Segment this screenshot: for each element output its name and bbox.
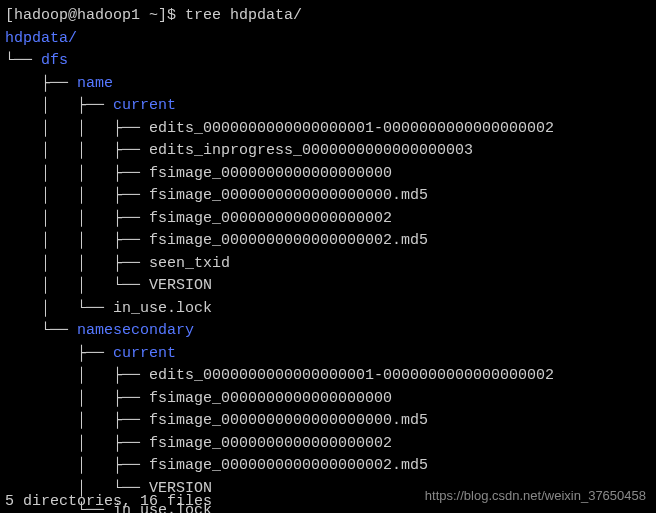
tree-leaf: │ ├── fsimage_0000000000000000000.md5 (5, 410, 651, 433)
tree-node: ├── current (5, 343, 651, 366)
tree-leaf: │ ├── edits_0000000000000000001-00000000… (5, 365, 651, 388)
tree-root: hdpdata/ (5, 28, 651, 51)
tree-node: │ ├── current (5, 95, 651, 118)
tree-leaf: │ │ ├── fsimage_0000000000000000000 (5, 163, 651, 186)
tree-leaf: │ └── in_use.lock (5, 298, 651, 321)
tree-leaf: │ ├── fsimage_0000000000000000002.md5 (5, 455, 651, 478)
tree-summary: 5 directories, 16 files (5, 491, 212, 514)
tree-leaf: │ │ └── VERSION (5, 275, 651, 298)
tree-leaf: │ │ ├── fsimage_0000000000000000000.md5 (5, 185, 651, 208)
command-text: tree hdpdata/ (185, 7, 302, 24)
watermark-text: https://blog.csdn.net/weixin_37650458 (425, 486, 646, 506)
tree-leaf: │ ├── fsimage_0000000000000000000 (5, 388, 651, 411)
tree-leaf: │ │ ├── edits_inprogress_000000000000000… (5, 140, 651, 163)
tree-leaf: │ │ ├── fsimage_0000000000000000002.md5 (5, 230, 651, 253)
prompt-line: [hadoop@hadoop1 ~]$ tree hdpdata/ (5, 5, 651, 28)
tree-leaf: │ ├── fsimage_0000000000000000002 (5, 433, 651, 456)
tree-leaf: │ │ ├── seen_txid (5, 253, 651, 276)
shell-prompt: [hadoop@hadoop1 ~]$ (5, 7, 185, 24)
tree-leaf: │ │ ├── edits_0000000000000000001-000000… (5, 118, 651, 141)
tree-node: ├── name (5, 73, 651, 96)
tree-node: └── namesecondary (5, 320, 651, 343)
tree-node: └── dfs (5, 50, 651, 73)
tree-leaf: │ │ ├── fsimage_0000000000000000002 (5, 208, 651, 231)
terminal-output: [hadoop@hadoop1 ~]$ tree hdpdata/ hdpdat… (5, 5, 651, 513)
